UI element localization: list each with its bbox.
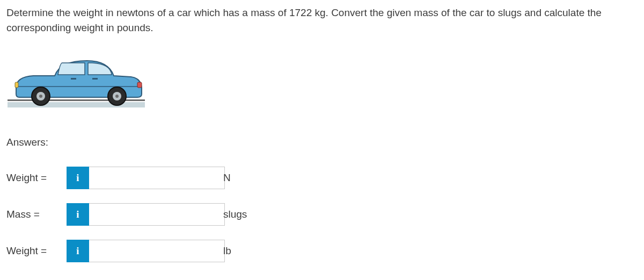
input-weight-n[interactable] bbox=[89, 167, 225, 189]
svg-rect-11 bbox=[71, 78, 76, 80]
input-group-mass-slugs: i bbox=[67, 203, 211, 226]
answer-row-weight-lb: Weight = i lb bbox=[6, 240, 638, 262]
unit-weight-n: N bbox=[223, 170, 231, 185]
input-weight-lb[interactable] bbox=[89, 240, 225, 262]
label-mass-slugs: Mass = bbox=[6, 207, 67, 222]
svg-point-8 bbox=[115, 95, 119, 98]
question-text: Determine the weight in newtons of a car… bbox=[6, 5, 638, 35]
input-mass-slugs[interactable] bbox=[89, 203, 225, 226]
svg-point-5 bbox=[39, 95, 42, 98]
svg-rect-12 bbox=[92, 78, 98, 80]
label-weight-n: Weight = bbox=[6, 170, 67, 185]
input-group-weight-lb: i bbox=[67, 240, 211, 262]
info-icon[interactable]: i bbox=[67, 203, 89, 226]
label-weight-lb: Weight = bbox=[6, 243, 67, 259]
answers-heading: Answers: bbox=[6, 135, 638, 150]
input-group-weight-n: i bbox=[67, 167, 211, 189]
info-icon[interactable]: i bbox=[67, 167, 89, 189]
info-icon[interactable]: i bbox=[67, 240, 89, 262]
svg-rect-9 bbox=[137, 82, 142, 88]
svg-rect-10 bbox=[15, 82, 18, 88]
car-illustration bbox=[6, 50, 146, 109]
answer-row-weight-n: Weight = i N bbox=[6, 167, 638, 189]
unit-weight-lb: lb bbox=[223, 243, 231, 259]
unit-mass-slugs: slugs bbox=[223, 207, 247, 222]
answer-row-mass-slugs: Mass = i slugs bbox=[6, 203, 638, 226]
svg-rect-1 bbox=[8, 102, 145, 107]
